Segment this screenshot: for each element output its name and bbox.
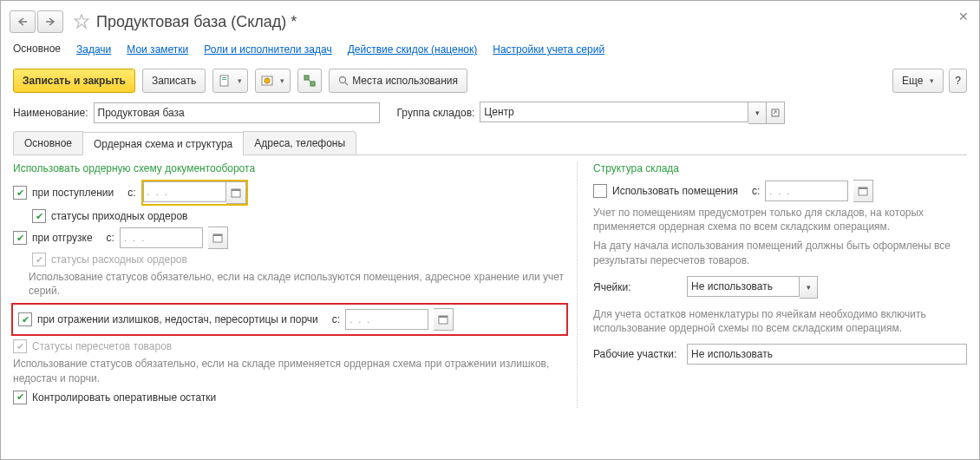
svg-rect-12 bbox=[772, 109, 779, 116]
date-surplus-input[interactable]: . . . bbox=[345, 309, 428, 330]
nav-tab-roles[interactable]: Роли и исполнители задач bbox=[204, 43, 331, 56]
group-input[interactable] bbox=[480, 102, 748, 122]
svg-rect-7 bbox=[304, 76, 309, 80]
checkbox-receipt-status[interactable]: ✔ bbox=[32, 209, 46, 223]
svg-rect-14 bbox=[232, 189, 240, 191]
nav-forward-button[interactable] bbox=[37, 10, 63, 33]
date-rooms-input[interactable]: . . . bbox=[765, 181, 848, 201]
svg-rect-2 bbox=[220, 76, 228, 86]
search-icon bbox=[338, 76, 349, 86]
group-label: Группа складов: bbox=[397, 107, 475, 119]
date-receipt-input[interactable]: . . . bbox=[143, 181, 226, 202]
checkbox-recount-status-label: Статусы пересчетов товаров bbox=[32, 340, 172, 352]
save-and-close-button[interactable]: Записать и закрыть bbox=[13, 69, 135, 93]
checkbox-surplus[interactable]: ✔ bbox=[18, 312, 32, 326]
favorite-star-icon[interactable] bbox=[74, 14, 89, 30]
hint-status-required-2: Использование статусов обязательно, если… bbox=[13, 357, 568, 384]
open-icon bbox=[771, 108, 780, 117]
date-surplus-picker[interactable] bbox=[434, 308, 454, 331]
checkbox-on-receipt-label: при поступлении bbox=[32, 187, 114, 199]
document-icon bbox=[219, 75, 231, 87]
usage-button[interactable]: Места использования bbox=[329, 69, 467, 93]
hint-rooms-2: На дату начала использования помещений д… bbox=[593, 239, 967, 266]
checkbox-use-rooms[interactable]: ✔ bbox=[593, 184, 607, 198]
areas-label: Рабочие участки: bbox=[593, 348, 680, 360]
hint-status-required-1: Использование статусов обязательно, если… bbox=[29, 270, 568, 298]
svg-point-6 bbox=[265, 78, 270, 83]
nav-tab-tasks[interactable]: Задачи bbox=[76, 43, 111, 56]
link-button[interactable] bbox=[297, 69, 322, 93]
checkbox-recount-status: ✔ bbox=[13, 339, 27, 353]
subtab-addresses[interactable]: Адреса, телефоны bbox=[243, 131, 356, 154]
checkbox-on-shipment[interactable]: ✔ bbox=[13, 231, 27, 245]
checkbox-shipment-status-label: статусы расходных ордеров bbox=[51, 253, 187, 266]
subtab-order-scheme[interactable]: Ордерная схема и структура bbox=[82, 132, 244, 155]
arrow-right-icon bbox=[45, 17, 56, 26]
calendar-icon bbox=[212, 233, 223, 243]
right-section-title: Структура склада bbox=[593, 162, 967, 174]
from-label-1: с: bbox=[127, 187, 135, 199]
nav-tab-notes[interactable]: Мои заметки bbox=[127, 43, 188, 56]
calendar-icon bbox=[438, 314, 448, 325]
hint-cells: Для учета остатков номенклатуры по ячейк… bbox=[593, 307, 967, 335]
report-icon bbox=[261, 75, 273, 87]
close-button[interactable]: ✕ bbox=[958, 10, 969, 23]
name-input[interactable] bbox=[94, 102, 380, 123]
window-title: Продуктовая база (Склад) * bbox=[96, 13, 297, 31]
checkbox-on-receipt[interactable]: ✔ bbox=[13, 186, 27, 200]
from-label-2: с: bbox=[107, 232, 114, 244]
date-shipment-picker[interactable] bbox=[208, 227, 228, 249]
link-icon bbox=[304, 75, 316, 87]
nav-tab-discounts[interactable]: Действие скидок (наценок) bbox=[348, 43, 478, 56]
calendar-icon bbox=[858, 186, 868, 196]
calendar-icon bbox=[231, 187, 241, 198]
cells-input[interactable] bbox=[687, 276, 800, 297]
areas-input[interactable] bbox=[687, 344, 967, 365]
svg-line-11 bbox=[345, 82, 348, 85]
help-button[interactable]: ? bbox=[949, 69, 967, 93]
checkbox-use-rooms-label: Использовать помещения bbox=[612, 185, 738, 197]
svg-point-10 bbox=[340, 77, 346, 83]
checkbox-receipt-status-label: статусы приходных ордеров bbox=[51, 210, 187, 222]
nav-tab-main[interactable]: Основное bbox=[13, 43, 61, 56]
usage-button-label: Места использования bbox=[352, 75, 458, 87]
nav-tab-series[interactable]: Настройки учета серий bbox=[493, 43, 604, 56]
from-label-3: с: bbox=[332, 313, 340, 325]
checkbox-surplus-label: при отражении излишков, недостач, пересо… bbox=[37, 313, 318, 325]
svg-rect-16 bbox=[213, 234, 222, 236]
svg-rect-18 bbox=[439, 316, 448, 318]
group-open-button[interactable] bbox=[767, 102, 785, 124]
svg-rect-3 bbox=[222, 77, 226, 78]
group-dropdown-button[interactable]: ▾ bbox=[748, 102, 767, 124]
hint-rooms-1: Учет по помещениям предусмотрен только д… bbox=[593, 206, 967, 233]
left-section-title: Использовать ордерную схему документообо… bbox=[13, 162, 568, 174]
more-button[interactable]: Еще bbox=[892, 69, 944, 93]
checkbox-on-shipment-label: при отгрузке bbox=[32, 232, 93, 244]
date-receipt-picker[interactable] bbox=[226, 181, 246, 204]
cells-dropdown-button[interactable]: ▾ bbox=[800, 276, 818, 299]
checkbox-shipment-status: ✔ bbox=[32, 253, 46, 266]
checkbox-control-balances-label: Контролировать оперативные остатки bbox=[32, 391, 216, 404]
date-rooms-picker[interactable] bbox=[853, 180, 873, 202]
generate-button[interactable] bbox=[212, 69, 248, 93]
cells-label: Ячейки: bbox=[593, 281, 680, 293]
arrow-left-icon bbox=[17, 17, 28, 26]
from-label-4: с: bbox=[752, 185, 760, 197]
nav-back-button[interactable] bbox=[10, 10, 36, 33]
name-label: Наименование: bbox=[13, 107, 88, 119]
svg-rect-20 bbox=[859, 187, 867, 189]
checkbox-control-balances[interactable]: ✔ bbox=[13, 391, 27, 404]
svg-rect-8 bbox=[310, 82, 315, 86]
svg-line-9 bbox=[309, 80, 310, 82]
report-button[interactable] bbox=[255, 69, 291, 93]
date-shipment-input[interactable]: . . . bbox=[120, 227, 203, 248]
save-button[interactable]: Записать bbox=[142, 69, 206, 93]
svg-rect-4 bbox=[222, 79, 226, 80]
subtab-main[interactable]: Основное bbox=[13, 131, 83, 154]
